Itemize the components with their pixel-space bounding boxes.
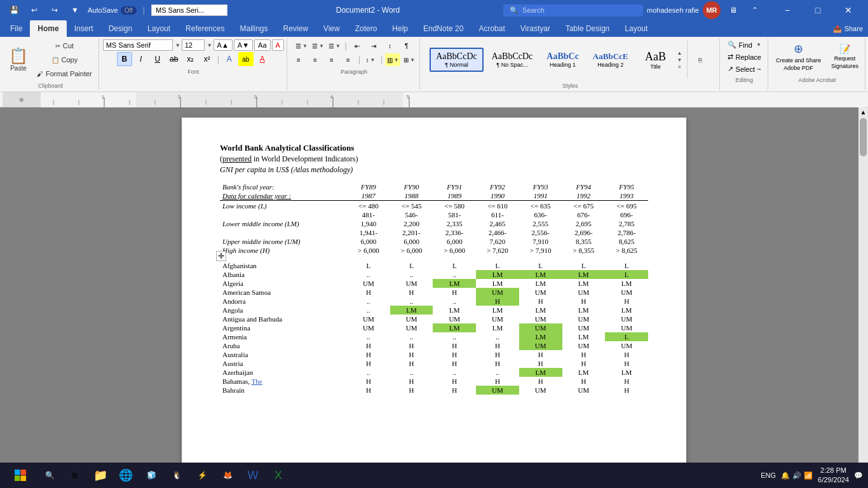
redo-btn[interactable]: ↪ [46, 3, 64, 17]
format-painter-btn[interactable]: 🖌Format Painter [33, 67, 96, 80]
tab-references[interactable]: References [178, 20, 232, 37]
justify-btn[interactable]: ≡ [341, 53, 356, 66]
search-bar[interactable]: 🔍 Search [503, 4, 643, 17]
gallery-scroll[interactable]: ▲ ▼ ≡ [674, 50, 684, 71]
monitor-icon-btn[interactable]: 🖥 [724, 3, 742, 17]
highlight-btn[interactable]: ab [238, 52, 254, 66]
start-btn[interactable] [5, 465, 36, 485]
notification-icon[interactable]: 💬 [854, 471, 863, 480]
select-btn[interactable]: ↗ Select ~ [724, 64, 765, 74]
bullets-btn[interactable]: ☰▼ [294, 39, 309, 52]
font-name-dropdown[interactable]: ▼ [175, 43, 180, 48]
document-page[interactable]: ✛ World Bank Analytical Classifications … [182, 118, 686, 480]
undo-btn[interactable]: ↩ [25, 3, 43, 17]
text-effects-btn[interactable]: A [222, 52, 237, 66]
change-case-btn[interactable]: Aa [254, 39, 270, 51]
maximize-btn[interactable]: □ [803, 0, 832, 20]
tab-insert[interactable]: Insert [67, 20, 101, 37]
font-selector[interactable] [151, 4, 227, 16]
gallery-more-icon[interactable]: ≡ [677, 64, 682, 71]
font-name-input[interactable] [103, 39, 173, 51]
cut-btn[interactable]: ✂Cut [33, 39, 96, 52]
share-btn[interactable]: 📤 Share [833, 25, 863, 33]
save-icon-btn[interactable]: 💾 [5, 3, 23, 17]
tab-mailings[interactable]: Mailings [232, 20, 275, 37]
style-h1[interactable]: AaBbCc Heading 1 [541, 48, 585, 71]
numbering-btn[interactable]: ☰▼ [310, 39, 325, 52]
italic-btn[interactable]: I [133, 52, 149, 66]
increase-indent-btn[interactable]: ⇥ [366, 39, 381, 52]
taskbar-widgets[interactable]: ⊞ [64, 464, 86, 487]
underline-btn[interactable]: U [150, 52, 165, 66]
style-title[interactable]: AaB Title [636, 47, 674, 73]
font-size-dropdown[interactable]: ▼ [207, 43, 212, 48]
autosave-toggle[interactable]: Off [121, 6, 137, 15]
font-shrink-btn[interactable]: A▼ [234, 39, 253, 51]
scroll-track[interactable] [858, 117, 868, 470]
table-move-handle[interactable]: ✛ [216, 251, 226, 261]
multilevel-btn[interactable]: ☰▼ [327, 39, 342, 52]
sort-btn[interactable]: ↕ [383, 39, 398, 52]
font-size-input[interactable] [182, 39, 205, 51]
superscript-btn[interactable]: x² [200, 52, 215, 66]
ribbon-collapse-btn[interactable]: ⌃ [746, 3, 764, 17]
shading-btn[interactable]: ▥▼ [385, 53, 400, 66]
avatar[interactable]: MR [703, 1, 721, 19]
replace-btn[interactable]: ⇄ Replace [724, 51, 765, 62]
scroll-thumb[interactable] [860, 118, 867, 156]
taskbar-icon5[interactable]: ⚡ [191, 464, 214, 487]
show-marks-btn[interactable]: ¶ [399, 39, 414, 52]
taskbar-chrome[interactable]: 🌐 [114, 464, 137, 487]
taskbar-explorer[interactable]: 📁 [89, 464, 112, 487]
copy-btn[interactable]: 📋Copy [33, 53, 96, 66]
scroll-up-btn[interactable]: ▲ [858, 107, 868, 117]
taskbar-search[interactable]: 🔍 [38, 464, 61, 487]
tab-help[interactable]: Help [384, 20, 416, 37]
vertical-scrollbar[interactable]: ▲ ▼ [858, 107, 868, 480]
minimize-btn[interactable]: − [773, 0, 802, 20]
taskbar-excel[interactable]: X [267, 464, 290, 487]
style-h2[interactable]: AaBbCcE Heading 2 [587, 48, 634, 71]
font-color-btn[interactable]: A [255, 52, 270, 66]
tab-file[interactable]: File [3, 20, 30, 37]
align-left-btn[interactable]: ≡ [291, 53, 306, 66]
tab-layout[interactable]: Layout [140, 20, 178, 37]
bold-btn[interactable]: B [117, 52, 132, 66]
tab-tabledesign[interactable]: Table Design [558, 20, 617, 37]
customize-btn[interactable]: ▼ [66, 3, 84, 17]
line-spacing-btn[interactable]: ↕▼ [363, 53, 378, 66]
create-share-adobe-btn[interactable]: ⊕ Create and ShareAdobe PDF [772, 39, 825, 74]
close-btn[interactable]: ✕ [834, 0, 863, 20]
subscript-btn[interactable]: x₂ [183, 52, 198, 66]
tab-home[interactable]: Home [30, 20, 66, 37]
decrease-indent-btn[interactable]: ⇤ [349, 39, 365, 52]
tab-acrobat[interactable]: Acrobat [471, 20, 512, 37]
tab-zotero[interactable]: Zotero [348, 20, 385, 37]
tab-design[interactable]: Design [101, 20, 140, 37]
tab-review[interactable]: Review [275, 20, 315, 37]
taskbar-icon4[interactable]: 🐧 [165, 464, 188, 487]
style-nospace[interactable]: AaBbCcDc ¶ No Spac... [486, 48, 539, 71]
bahamas-link[interactable]: The [252, 377, 262, 385]
gallery-up-icon[interactable]: ▲ [677, 50, 683, 57]
tab-view[interactable]: View [316, 20, 348, 37]
styles-dialog-btn[interactable]: ⎘ [690, 55, 710, 65]
taskbar-firefox[interactable]: 🦊 [216, 464, 239, 487]
tab-virastyar[interactable]: Virastyar [513, 20, 558, 37]
strikethrough-btn[interactable]: ab [166, 52, 182, 66]
font-grow-btn[interactable]: A▲ [214, 39, 233, 51]
taskbar-word[interactable]: W [241, 464, 264, 487]
gallery-down-icon[interactable]: ▼ [677, 57, 683, 64]
tab-layout2[interactable]: Layout [617, 20, 655, 37]
clear-format-btn[interactable]: A [272, 39, 284, 51]
borders-btn[interactable]: ⊞▼ [402, 53, 417, 66]
tab-endnote[interactable]: EndNote 20 [416, 20, 471, 37]
find-btn[interactable]: 🔍 Find ▼ [724, 39, 765, 50]
style-normal[interactable]: AaBbCcDc ¶ Normal [430, 48, 484, 72]
align-right-btn[interactable]: ≡ [324, 53, 339, 66]
para-sep2: | [358, 55, 360, 64]
align-center-btn[interactable]: ≡ [308, 53, 323, 66]
taskbar-icon3[interactable]: 🧊 [140, 464, 163, 487]
request-signatures-btn[interactable]: 📝 RequestSignatures [827, 39, 862, 74]
paste-btn[interactable]: 📋 Paste [5, 41, 32, 78]
